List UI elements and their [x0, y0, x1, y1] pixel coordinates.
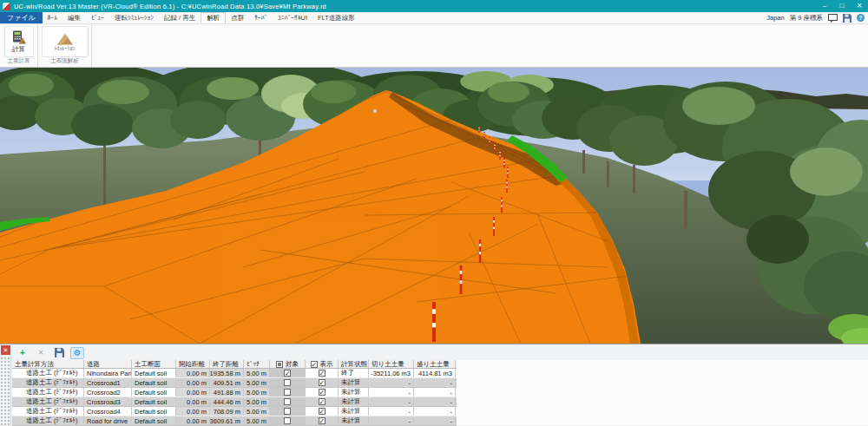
column-header-status[interactable]: 計算状態 [339, 360, 369, 368]
cell-cut: -35211.06 m3 [369, 369, 414, 377]
column-header-start[interactable]: 開始距離 [176, 360, 210, 368]
column-header-road[interactable]: 道路 [84, 360, 132, 368]
column-header-show[interactable]: 表示 [306, 360, 339, 368]
feedback-icon[interactable] [828, 14, 838, 23]
cell-pitch: 5.00 m [244, 378, 270, 387]
menu-tab-6[interactable]: 点群 [226, 12, 249, 23]
calculate-button[interactable]: 計算 [4, 26, 34, 57]
app-icon [3, 3, 10, 10]
header-checkbox-show[interactable] [311, 361, 318, 368]
table-row[interactable]: 道路土工 (ﾃﾞﾌｫﾙﾄ)Crossroad3Default soil0.00 … [12, 397, 457, 407]
cell-pitch: 5.00 m [244, 416, 270, 425]
cell-method: 道路土工 (ﾃﾞﾌｫﾙﾄ) [12, 388, 84, 397]
cell-cut: - [369, 378, 414, 387]
column-header-fill[interactable]: 盛り土土量 [414, 360, 456, 368]
cell-start: 0.00 m [176, 378, 210, 387]
show-checkbox[interactable] [319, 417, 326, 424]
cell-fill: - [414, 378, 456, 387]
save-icon[interactable] [843, 14, 852, 23]
column-header-soil[interactable]: 土工断面 [132, 360, 176, 368]
help-icon[interactable]: ? [857, 14, 865, 22]
cell-end: 444.46 m [210, 397, 244, 406]
ribbon: 計算 土量計算 ｼﾐｭﾚｰｼｮﾝ 土石流解析 [0, 24, 868, 68]
panel-grip[interactable] [0, 357, 11, 426]
cell-road: Crossroad2 [84, 388, 132, 397]
menu-tab-3[interactable]: 運転ｼﾐｭﾚｰｼｮﾝ [109, 12, 159, 23]
cell-soil: Default soil [132, 407, 176, 416]
cell-fill: - [414, 407, 456, 416]
target-checkbox[interactable] [284, 408, 291, 415]
cell-soil: Default soil [132, 378, 176, 387]
column-header-method[interactable]: 土量計算方法 [12, 360, 84, 368]
header-checkbox-target[interactable] [276, 361, 283, 368]
table-header-row: 土量計算方法道路土工断面開始距離終了距離ﾋﾟｯﾁ対象表示計算状態切り土土量盛り土… [12, 360, 457, 369]
cell-show [306, 416, 339, 425]
menu-tab-2[interactable]: ﾋﾞｭｰ [86, 12, 109, 23]
add-row-button[interactable]: + [16, 347, 30, 359]
target-checkbox[interactable] [284, 398, 291, 405]
delete-row-button[interactable]: ✕ [34, 347, 48, 359]
menu-tab-4[interactable]: 記録 / 再生 [159, 12, 201, 23]
menu-tab-5[interactable]: 解析 [201, 12, 226, 23]
table-row[interactable]: 道路土工 (ﾃﾞﾌｫﾙﾄ)Road for driveDefault soil0… [12, 416, 457, 426]
show-checkbox[interactable] [319, 389, 326, 396]
cell-end: 3609.61 m [210, 416, 244, 425]
cell-cut: - [369, 407, 414, 416]
table-row[interactable]: 道路土工 (ﾃﾞﾌｫﾙﾄ)Crossroad4Default soil0.00 … [12, 407, 457, 416]
cell-pitch: 5.00 m [244, 397, 270, 406]
cell-fill: - [414, 388, 456, 397]
window-title: UC-win/Road Ver.13 Master (VR-Cloud® Edi… [14, 3, 326, 10]
table-row[interactable]: 道路土工 (ﾃﾞﾌｫﾙﾄ)Nihondaira Park...Default s… [12, 369, 457, 378]
simulation-button[interactable]: ｼﾐｭﾚｰｼｮﾝ [42, 26, 89, 57]
minimize-button[interactable]: – [816, 0, 833, 12]
ribbon-group-label-soil-volume: 土量計算 [0, 57, 37, 65]
target-checkbox[interactable] [284, 417, 291, 424]
menu-tab-0[interactable]: ﾎｰﾑ [43, 12, 62, 23]
column-header-end[interactable]: 終了距離 [210, 360, 244, 368]
close-button[interactable]: ✕ [851, 0, 868, 12]
cell-show [306, 407, 339, 416]
table-row[interactable]: 道路土工 (ﾃﾞﾌｫﾙﾄ)Crossroad2Default soil0.00 … [12, 388, 457, 397]
column-header-target[interactable]: 対象 [270, 360, 306, 368]
column-header-pitch[interactable]: ﾋﾟｯﾁ [244, 360, 270, 368]
menu-tab-1[interactable]: 編集 [62, 12, 86, 23]
maximize-button[interactable]: □ [833, 0, 851, 12]
cell-show [306, 397, 339, 406]
cell-end: 708.09 m [210, 407, 244, 416]
cell-start: 0.00 m [176, 369, 210, 377]
cell-target [270, 407, 306, 416]
target-checkbox[interactable] [284, 389, 291, 396]
cell-status: 未計算 [339, 397, 369, 406]
save-icon [55, 348, 64, 357]
cell-status: 未計算 [339, 416, 369, 425]
cell-show [306, 369, 339, 377]
column-header-cut[interactable]: 切り土土量 [369, 360, 414, 368]
title-bar: UC-win/Road Ver.13 Master (VR-Cloud® Edi… [0, 0, 868, 12]
cell-end: 409.51 m [210, 378, 244, 387]
cell-show [306, 388, 339, 397]
cell-status: 未計算 [339, 407, 369, 416]
scene-3d [0, 68, 868, 344]
save-table-button[interactable] [52, 347, 66, 359]
menu-tab-9[interactable]: FLT道路線形 [312, 12, 360, 23]
table-row[interactable]: 道路土工 (ﾃﾞﾌｫﾙﾄ)Crossroad1Default soil0.00 … [12, 378, 457, 388]
tab-file[interactable]: ファイル [0, 12, 43, 23]
ribbon-group-label-debris-flow: 土石流解析 [38, 57, 91, 65]
show-checkbox[interactable] [319, 370, 326, 377]
cell-soil: Default soil [132, 388, 176, 397]
locale-label: Japan [766, 14, 784, 22]
settings-button[interactable]: ⚙ [70, 347, 84, 359]
show-checkbox[interactable] [319, 379, 326, 386]
menu-tab-8[interactable]: ﾕﾆﾊﾞｰｻﾙUI [273, 12, 312, 23]
cell-cut: - [369, 397, 414, 406]
show-checkbox[interactable] [319, 408, 326, 415]
cell-pitch: 5.00 m [244, 369, 270, 377]
target-checkbox[interactable] [284, 379, 291, 386]
menu-tab-7[interactable]: ｻｰﾊﾞ [249, 12, 273, 23]
viewport-3d[interactable] [0, 68, 868, 344]
show-checkbox[interactable] [319, 398, 326, 405]
cell-target [270, 378, 306, 387]
panel-close-button[interactable]: ✕ [1, 345, 10, 355]
coordinate-system-label: 第 9 座標系 [790, 14, 823, 23]
target-checkbox[interactable] [284, 370, 291, 377]
